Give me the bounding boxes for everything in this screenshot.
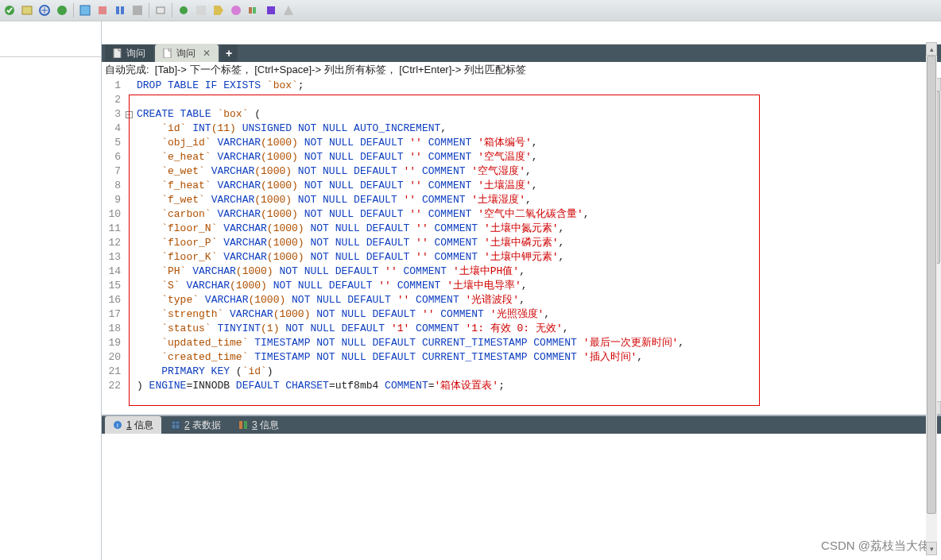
code-area[interactable]: DROP TABLE IF EXISTS `box`;CREATE TABLE …	[134, 78, 941, 415]
svg-rect-16	[267, 6, 275, 14]
scroll-up-icon[interactable]: ▴	[926, 42, 937, 56]
tab-add-button[interactable]: +	[220, 44, 238, 62]
toolbar-icon[interactable]	[38, 4, 51, 17]
toolbar-icon[interactable]	[3, 4, 16, 17]
svg-point-13	[231, 6, 241, 15]
svg-rect-1	[22, 6, 32, 14]
svg-rect-8	[133, 6, 142, 15]
toolbar-icon[interactable]	[21, 4, 33, 17]
outer-scrollbar[interactable]: ▴ ▾	[926, 42, 937, 555]
table-icon	[171, 420, 180, 430]
svg-rect-15	[253, 7, 256, 14]
line-gutter: 12345678910111213141516171819202122	[102, 78, 124, 415]
result-tab-info-1[interactable]: i 1 1 信息信息	[105, 416, 161, 434]
autocomplete-hint: 自动完成: [Tab]-> 下一个标签， [Ctrl+Space]-> 列出所有…	[102, 62, 941, 78]
svg-rect-9	[157, 7, 165, 14]
toolbar-icon[interactable]	[114, 4, 126, 17]
toolbar-icon[interactable]	[247, 4, 260, 17]
sidebar	[0, 21, 102, 560]
result-body	[102, 434, 941, 560]
document-icon	[163, 48, 172, 58]
toolbar-icon[interactable]	[282, 4, 295, 17]
fold-column: −	[124, 78, 134, 415]
toolbar-icon[interactable]	[79, 4, 91, 17]
svg-rect-4	[80, 6, 90, 15]
svg-text:i: i	[117, 422, 118, 429]
result-tabs: i 1 1 信息信息 2 表数据 3 信息	[102, 416, 941, 434]
svg-rect-6	[116, 6, 119, 14]
document-icon	[113, 48, 122, 58]
toolbar-icon[interactable]	[265, 4, 277, 17]
close-icon[interactable]: ✕	[199, 48, 211, 58]
svg-rect-5	[99, 6, 106, 14]
toolbar-icon[interactable]	[154, 4, 167, 17]
scroll-thumb[interactable]	[927, 56, 936, 514]
svg-rect-25	[239, 421, 242, 429]
info-icon: i	[113, 420, 122, 430]
editor-tabs: 询问 询问 ✕ +	[102, 44, 941, 62]
svg-rect-7	[121, 6, 124, 14]
toolbar-icon[interactable]	[212, 4, 225, 17]
top-toolbar	[0, 0, 941, 21]
svg-marker-12	[214, 6, 223, 15]
toolbar-icon[interactable]	[131, 4, 144, 17]
info-icon	[238, 420, 248, 430]
sql-editor[interactable]: 12345678910111213141516171819202122 − DR…	[102, 78, 941, 416]
tab-query-1[interactable]: 询问	[105, 44, 153, 62]
svg-rect-26	[244, 421, 247, 429]
toolbar-icon[interactable]	[56, 4, 68, 17]
tab-label: 询问	[126, 47, 145, 60]
toolbar-icon[interactable]	[230, 4, 242, 17]
scroll-down-icon[interactable]: ▾	[926, 542, 937, 555]
svg-rect-14	[249, 7, 252, 14]
toolbar-icon[interactable]	[96, 4, 109, 17]
result-tab-info-3[interactable]: 3 信息	[230, 416, 287, 434]
result-tab-tabledata[interactable]: 2 表数据	[163, 416, 229, 434]
svg-point-10	[180, 6, 188, 14]
toolbar-icon[interactable]	[195, 4, 207, 17]
svg-rect-11	[196, 6, 206, 15]
svg-marker-17	[284, 6, 293, 15]
svg-point-3	[57, 6, 67, 15]
toolbar-icon[interactable]	[177, 4, 190, 17]
tab-query-2[interactable]: 询问 ✕	[155, 44, 219, 62]
tab-label: 询问	[176, 47, 196, 60]
